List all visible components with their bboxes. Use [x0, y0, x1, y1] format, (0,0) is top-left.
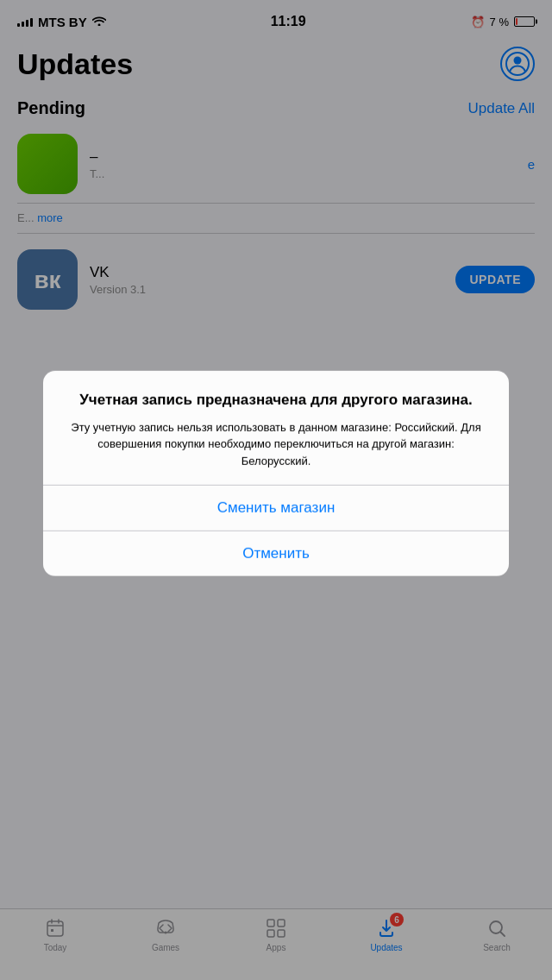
alert-dialog: Учетная запись предназначена для другого… — [43, 371, 509, 576]
dialog-message: Эту учетную запись нельзя использовать в… — [64, 419, 488, 470]
dialog-cancel-button[interactable]: Отменить — [43, 531, 509, 576]
dialog-title: Учетная запись предназначена для другого… — [64, 390, 488, 411]
dialog-content: Учетная запись предназначена для другого… — [43, 371, 509, 485]
dialog-confirm-button[interactable]: Сменить магазин — [43, 486, 509, 531]
